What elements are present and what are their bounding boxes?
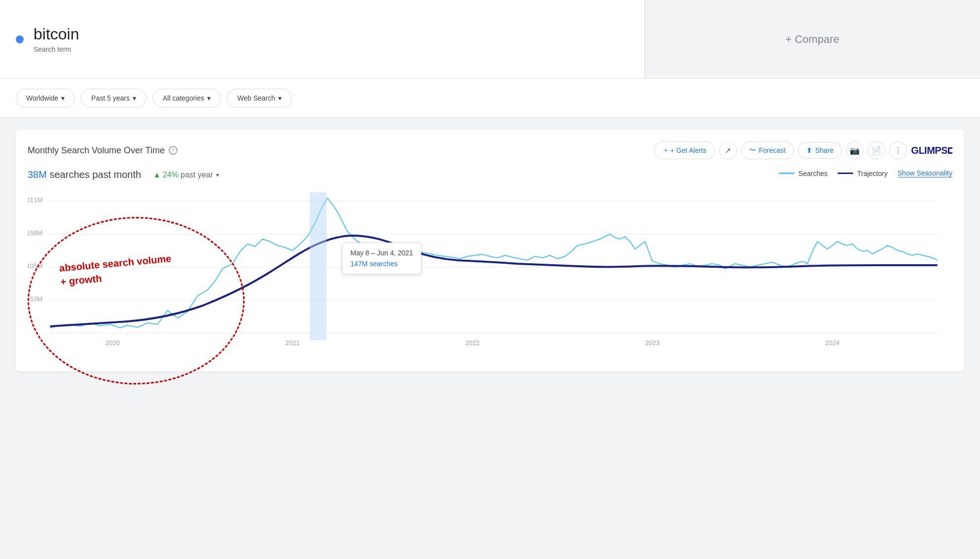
glimpse-logo: GLIMPS [911,145,952,156]
tooltip-highlight-column [310,192,327,340]
searches-count: 38M searches past month [28,169,141,180]
search-term-name: bitcoin [34,25,79,43]
share-button[interactable]: ⬆ Share [798,142,842,159]
search-term-card: bitcoin Search term [0,0,645,78]
location-filter[interactable]: Worldwide ▾ [16,89,75,107]
svg-text:2020: 2020 [106,339,120,347]
filter-bar: Worldwide ▾ Past 5 years ▾ All categorie… [0,79,980,118]
growth-badge: ▲ 24% past year ▾ [153,171,219,179]
search-term-type: Search term [34,45,79,53]
chart-svg: 211M 158M 105M 53M 2020 2021 2022 2023 2… [28,192,952,360]
compare-button[interactable]: + Compare [645,0,980,78]
document-icon[interactable]: 📄 [868,141,885,159]
get-alerts-button[interactable]: ＋ + Get Alerts [654,141,715,159]
trajectory-legend: Trajectory [837,170,888,177]
svg-text:2022: 2022 [465,339,479,347]
chart-area: absolute search volume + growth May 8 – … [28,192,952,360]
compare-label: + Compare [785,33,839,46]
searches-legend: Searches [779,170,828,177]
time-range-filter[interactable]: Past 5 years ▾ [81,89,146,107]
svg-text:2021: 2021 [286,339,300,347]
search-type-filter[interactable]: Web Search ▾ [227,89,292,107]
trend-icon: 〜 [749,146,756,155]
main-content: Monthly Search Volume Over Time ? ＋ + Ge… [0,118,980,384]
growth-chevron-icon[interactable]: ▾ [216,172,219,178]
chart-title-text: Monthly Search Volume Over Time [28,145,165,156]
camera-icon[interactable]: 📷 [846,141,864,159]
info-icon[interactable]: ? [169,146,178,155]
up-arrow-icon: ▲ [153,171,161,179]
chart-title-area: Monthly Search Volume Over Time ? [28,145,178,156]
more-options-icon[interactable]: ⋮ [889,141,907,159]
share-icon: ⬆ [806,146,812,154]
search-term-dot [16,35,24,43]
legend-row: Searches Trajectory Show Seasonality [779,169,952,177]
svg-text:53M: 53M [30,295,43,303]
chevron-down-icon: ▾ [207,94,211,102]
svg-text:2024: 2024 [825,339,839,347]
svg-text:105M: 105M [28,262,42,270]
external-link-icon[interactable]: ↗ [719,141,737,159]
chart-actions: ＋ + Get Alerts ↗ 〜 Forecast ⬆ Share 📷 📄 … [654,141,952,159]
svg-text:158M: 158M [28,229,42,237]
chart-card: Monthly Search Volume Over Time ? ＋ + Ge… [16,130,964,372]
forecast-button[interactable]: 〜 Forecast [741,141,794,159]
chart-header: Monthly Search Volume Over Time ? ＋ + Ge… [28,141,952,159]
svg-text:2023: 2023 [645,339,659,347]
plus-icon: ＋ [662,146,669,155]
searches-line-sample [779,173,795,174]
chevron-down-icon: ▾ [133,94,136,102]
svg-text:211M: 211M [28,196,42,204]
stats-row: 38M searches past month ▲ 24% past year … [28,169,219,180]
show-seasonality-button[interactable]: Show Seasonality [898,169,952,177]
trajectory-line-sample [837,173,853,174]
category-filter[interactable]: All categories ▾ [152,89,221,107]
trajectory-line [50,236,938,326]
chevron-down-icon: ▾ [278,94,282,102]
chevron-down-icon: ▾ [61,94,65,102]
